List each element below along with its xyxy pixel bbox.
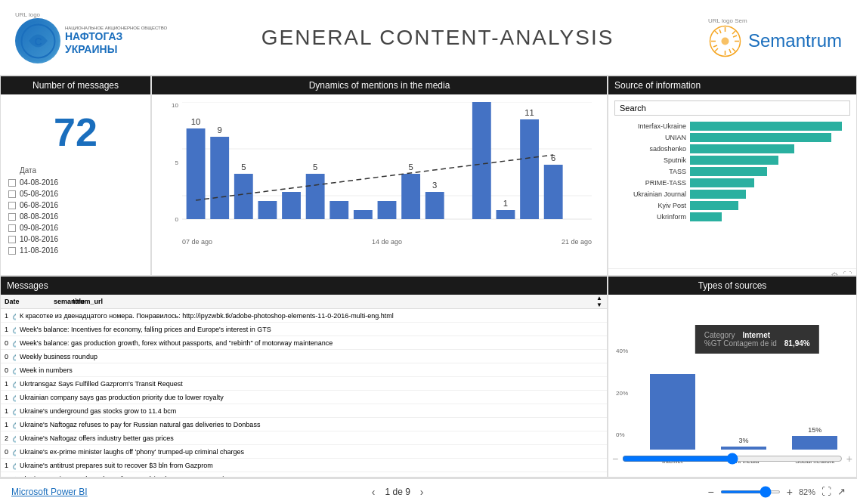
cell-url[interactable]: 🔗: [8, 377, 16, 391]
scroll-up-icon[interactable]: ▲: [596, 295, 602, 301]
prev-page-button[interactable]: ‹: [370, 486, 378, 498]
cell-url[interactable]: 🔗: [8, 309, 16, 323]
source-bar-container: [690, 178, 850, 187]
url-link-icon[interactable]: 🔗: [12, 406, 16, 415]
table-row: 06-08-2016 🔗 Week's balance: gas product…: [1, 336, 607, 350]
date-checkbox[interactable]: [8, 224, 16, 232]
cell-url[interactable]: 🔗: [8, 363, 16, 377]
cell-url[interactable]: 🔗: [8, 418, 16, 431]
zoom-plus-button[interactable]: +: [787, 486, 793, 498]
url-link-icon[interactable]: 🔗: [12, 419, 16, 428]
cell-url[interactable]: 🔗: [8, 431, 16, 445]
source-bar: [690, 212, 722, 221]
url-link-icon[interactable]: 🔗: [12, 392, 16, 401]
zoom-slider[interactable]: [720, 490, 781, 493]
cell-date: 14-08-2016: [1, 323, 8, 336]
messages-table: 16-08-2016 🔗 К красотке из двенадцатого …: [1, 309, 607, 478]
messages-scroll[interactable]: 16-08-2016 🔗 К красотке из двенадцатого …: [1, 309, 607, 478]
tooltip-category-label: Category: [704, 331, 735, 339]
x-label: 21 de ago: [562, 238, 592, 246]
type-pct: 15%: [808, 426, 821, 434]
cell-url[interactable]: 🔗: [8, 459, 16, 472]
footer: Microsoft Power BI ‹ 1 de 9 › − + 82% ⛶ …: [0, 478, 857, 504]
url-link-icon[interactable]: 🔗: [12, 365, 16, 374]
source-bar: [690, 190, 746, 199]
zoom-slider[interactable]: [622, 453, 843, 465]
url-link-icon[interactable]: 🔗: [12, 311, 16, 320]
date-checkbox[interactable]: [8, 213, 16, 221]
url-link-icon[interactable]: 🔗: [12, 460, 16, 469]
source-row: Interfax-Ukraine: [614, 122, 850, 131]
top-panels: Number of messages 72 Дата 04-08-2016 05…: [0, 76, 857, 276]
plus-icon[interactable]: +: [846, 453, 852, 465]
source-name: TASS: [614, 168, 690, 175]
col-date-header: Date: [1, 295, 50, 308]
list-item: 05-08-2016: [8, 188, 143, 199]
next-page-button[interactable]: ›: [418, 486, 426, 498]
cell-url[interactable]: 🔗: [8, 472, 16, 478]
url-link-icon[interactable]: 🔗: [12, 447, 16, 456]
footer-right: − + 82% ⛶ ↗: [708, 486, 846, 498]
tooltip-row: %GT Contagem de id 81,94%: [704, 339, 810, 348]
list-item: 10-08-2016: [8, 233, 143, 245]
cell-date: 16-08-2016: [1, 309, 8, 323]
cell-title: Ukraine's Antimonopoly Body Drafts Force…: [16, 472, 607, 478]
source-bar-container: [690, 190, 850, 199]
list-item: 04-08-2016: [8, 177, 143, 188]
share-icon[interactable]: ↗: [837, 486, 846, 497]
semantrum-logo: Semantrum: [708, 24, 842, 58]
svg-text:5: 5: [241, 163, 246, 172]
source-bar: [690, 133, 831, 142]
search-input[interactable]: [614, 100, 850, 116]
table-row: 19-08-2016 🔗 Ukraine's Antimonopoly Body…: [1, 472, 607, 478]
cell-url[interactable]: 🔗: [8, 404, 16, 418]
source-name: Kyiv Post: [614, 202, 690, 209]
svg-rect-32: [354, 210, 373, 219]
date-checkbox[interactable]: [8, 179, 16, 187]
url-link-icon[interactable]: 🔗: [12, 351, 16, 360]
list-item: 11-08-2016: [8, 245, 143, 256]
tooltip-category-value: Internet: [742, 331, 770, 339]
svg-point-16: [721, 37, 729, 45]
svg-rect-21: [187, 128, 206, 219]
cell-date: 19-08-2016: [1, 459, 8, 472]
cell-url[interactable]: 🔗: [8, 323, 16, 336]
url-link-icon[interactable]: 🔗: [12, 433, 16, 442]
url-link-icon[interactable]: 🔗: [12, 379, 16, 388]
fullscreen-icon[interactable]: ⛶: [821, 486, 831, 497]
cell-url[interactable]: 🔗: [8, 445, 16, 459]
date-checkbox[interactable]: [8, 190, 16, 198]
svg-text:С: С: [34, 36, 42, 48]
url-logo-label: URL logo: [15, 11, 40, 18]
scroll-down-icon[interactable]: ▼: [596, 301, 602, 308]
url-link-icon[interactable]: 🔗: [12, 324, 16, 333]
pagination: ‹ 1 de 9 ›: [370, 486, 426, 498]
list-item: 06-08-2016: [8, 199, 143, 211]
powerbi-link[interactable]: Microsoft Power BI: [11, 487, 88, 497]
svg-line-11: [715, 48, 718, 51]
cell-title: Ukraine's Naftogaz offers industry bette…: [16, 431, 607, 445]
source-bar-container: [690, 212, 850, 221]
source-bar-container: [690, 156, 850, 165]
zoom-minus-button[interactable]: −: [708, 486, 714, 498]
cell-url[interactable]: 🔗: [8, 391, 16, 404]
minus-icon[interactable]: −: [612, 453, 618, 465]
date-checkbox[interactable]: [8, 247, 16, 255]
messages-panel-header: Messages: [1, 277, 607, 295]
source-name: Sputnik: [614, 156, 690, 164]
date-checkbox[interactable]: [8, 236, 16, 243]
x-label: 07 de ago: [182, 238, 212, 246]
cell-url[interactable]: 🔗: [8, 336, 16, 350]
source-content: Interfax-Ukraine UNIAN sadoshenko Sputni…: [608, 94, 856, 268]
date-checkbox[interactable]: [8, 202, 16, 209]
svg-rect-23: [210, 137, 229, 219]
scroll-arrows: ▲ ▼: [592, 295, 607, 308]
table-row: 16-08-2016 🔗 К красотке из двенадцатого …: [1, 309, 607, 323]
cell-url[interactable]: 🔗: [8, 350, 16, 363]
dynamics-content: 10 5 0: [152, 94, 607, 268]
tooltip-box: Category Internet %GT Contagem de id 81,…: [695, 325, 819, 354]
y-label: 20%: [616, 390, 637, 397]
url-link-icon[interactable]: 🔗: [12, 338, 16, 347]
type-pct: 3%: [738, 437, 748, 444]
messages-count-content: 72 Дата 04-08-2016 05-08-2016: [1, 94, 150, 264]
